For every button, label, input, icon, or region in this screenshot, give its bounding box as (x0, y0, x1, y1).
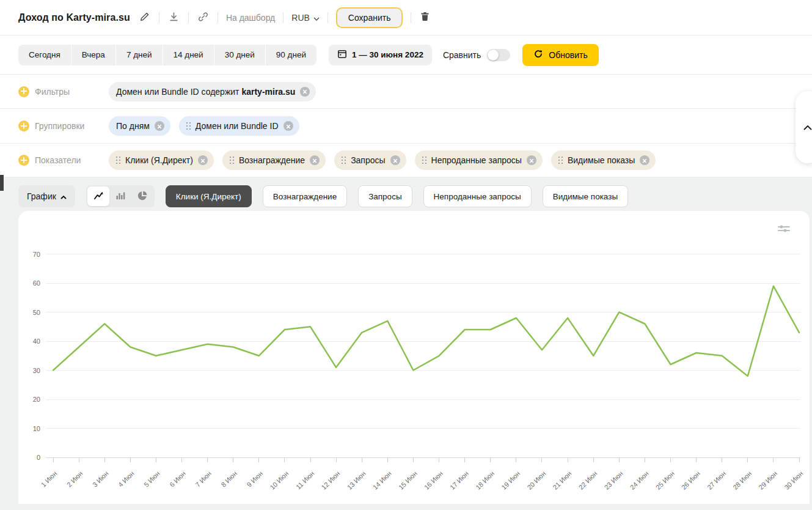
preset-yesterday[interactable]: Вчера (71, 45, 115, 65)
drag-handle-icon[interactable] (558, 157, 563, 164)
refresh-button[interactable]: Обновить (522, 44, 598, 66)
metric-tab[interactable]: Вознаграждение (263, 185, 347, 207)
remove-metric-button[interactable] (390, 155, 400, 165)
filter-chips: Домен или Bundle ID содержит karty-mira.… (109, 82, 316, 102)
x-axis-tick-label: 7 Июн (194, 470, 213, 489)
line-chart-icon (93, 190, 104, 203)
x-icon (200, 156, 205, 165)
preset-today[interactable]: Сегодня (18, 45, 71, 65)
x-axis-tick-label: 22 Июн (577, 470, 599, 491)
graph-view-button[interactable]: График (18, 185, 75, 207)
x-axis-tick-label: 28 Июн (731, 470, 753, 491)
metric-tab[interactable]: Запросы (358, 185, 412, 207)
save-button[interactable]: Сохранить (336, 7, 403, 28)
drag-handle-icon[interactable] (422, 157, 426, 164)
download-button[interactable] (167, 10, 180, 25)
metric-chip[interactable]: Видимые показы (551, 150, 656, 170)
x-axis-tick-label: 24 Июн (629, 470, 650, 491)
chip-text: По дням (116, 121, 150, 131)
x-icon (529, 156, 534, 165)
chart-type-bar-button[interactable] (109, 187, 131, 206)
chart-type-line-button[interactable] (87, 187, 109, 206)
x-axis-tick-label: 5 Июн (142, 470, 161, 489)
left-scrollbar-thumb[interactable] (0, 175, 4, 191)
bar-chart-icon (115, 190, 126, 203)
compare-control: Сравнить (443, 49, 510, 61)
filter-chip-domain[interactable]: Домен или Bundle ID содержит karty-mira.… (109, 82, 316, 102)
compare-toggle[interactable] (487, 49, 510, 61)
grouping-chip-domain[interactable]: Домен или Bundle ID (179, 116, 299, 136)
delete-report-button[interactable] (419, 10, 431, 24)
x-axis-tick-label: 16 Июн (423, 470, 444, 491)
divider (283, 12, 283, 23)
remove-filter-button[interactable] (300, 87, 310, 97)
edit-title-button[interactable] (138, 10, 151, 25)
x-axis-tick-label: 18 Июн (474, 470, 496, 491)
divider (218, 12, 218, 23)
grouping-chip-by-days[interactable]: По дням (109, 116, 170, 136)
drag-handle-icon[interactable] (186, 122, 191, 130)
filter-chip-text: Домен или Bundle ID содержит karty-mira.… (116, 87, 295, 97)
x-axis-tick-label: 19 Июн (500, 470, 521, 491)
metrics-row-label: Показатели (18, 155, 109, 166)
metric-chips: Клики (Я.Директ)ВознаграждениеЗапросыНеп… (109, 150, 656, 170)
add-metric-button[interactable] (18, 155, 29, 166)
filters-label: Фильтры (35, 87, 70, 97)
metric-chip[interactable]: Непроданные запросы (415, 150, 543, 170)
currency-select[interactable]: RUB (291, 13, 320, 23)
period-bar: Сегодня Вчера 7 дней 14 дней 30 дней 90 … (0, 35, 812, 75)
preset-14d[interactable]: 14 дней (163, 45, 214, 65)
remove-metric-button[interactable] (310, 155, 320, 165)
collapse-panel-button[interactable] (796, 91, 812, 163)
preset-7d[interactable]: 7 дней (116, 45, 163, 65)
grouping-chips: По дням Домен или Bundle ID (109, 116, 299, 136)
x-axis-tick-label: 26 Июн (680, 470, 701, 491)
remove-metric-button[interactable] (527, 155, 536, 165)
divider (411, 12, 411, 23)
remove-metric-button[interactable] (198, 155, 208, 165)
page-title: Доход по Karty-mira.su (18, 12, 130, 23)
add-grouping-button[interactable] (18, 120, 29, 131)
remove-grouping-button[interactable] (283, 121, 293, 131)
remove-metric-button[interactable] (640, 155, 649, 165)
pie-chart-icon-button[interactable] (131, 187, 153, 206)
x-axis-tick-label: 8 Июн (219, 470, 238, 489)
x-axis-tick-label: 25 Июн (654, 470, 676, 491)
metric-tab[interactable]: Видимые показы (543, 185, 628, 207)
chip-text: Непроданные запросы (431, 155, 522, 165)
toggle-knob (488, 50, 499, 61)
share-link-button[interactable] (197, 10, 210, 25)
plus-icon (21, 156, 27, 165)
to-dashboard-link[interactable]: На дашборд (226, 13, 275, 23)
x-axis-tick-label: 4 Июн (117, 470, 136, 489)
drag-handle-icon[interactable] (342, 157, 346, 164)
date-range-picker[interactable]: 1 — 30 июня 2022 (329, 45, 432, 65)
x-icon (393, 156, 398, 165)
pencil-icon (139, 12, 150, 24)
x-icon (302, 87, 307, 96)
metric-tab[interactable]: Непроданные запросы (423, 185, 532, 207)
drag-handle-icon[interactable] (116, 157, 120, 164)
x-axis-tick-label: 29 Июн (757, 470, 778, 491)
preset-90d[interactable]: 90 дней (266, 45, 316, 65)
sliders-icon (778, 226, 790, 235)
metric-tabs: Клики (Я.Директ)ВознаграждениеЗапросыНеп… (166, 185, 628, 207)
chevron-down-icon (313, 13, 320, 23)
metric-chip[interactable]: Клики (Я.Директ) (109, 150, 214, 170)
remove-grouping-button[interactable] (155, 121, 164, 131)
plus-icon (21, 122, 27, 131)
x-axis-tick-label: 11 Июн (294, 470, 315, 490)
chart-settings-button[interactable] (778, 224, 790, 235)
metric-chip[interactable]: Вознаграждение (222, 150, 326, 170)
metric-chip[interactable]: Запросы (334, 150, 406, 170)
drag-handle-icon[interactable] (230, 157, 234, 164)
add-filter-button[interactable] (18, 86, 29, 97)
chip-text: Домен или Bundle ID (196, 121, 279, 131)
preset-30d[interactable]: 30 дней (214, 45, 265, 65)
x-axis-tick-label: 1 Июн (40, 470, 59, 489)
metric-tab[interactable]: Клики (Я.Директ) (166, 185, 252, 207)
x-axis-tick-label: 21 Июн (551, 470, 572, 491)
link-icon (198, 12, 208, 24)
report-header: Доход по Karty-mira.su На дашборд RUB Со… (0, 0, 812, 35)
x-axis-tick-label: 2 Июн (65, 470, 84, 489)
